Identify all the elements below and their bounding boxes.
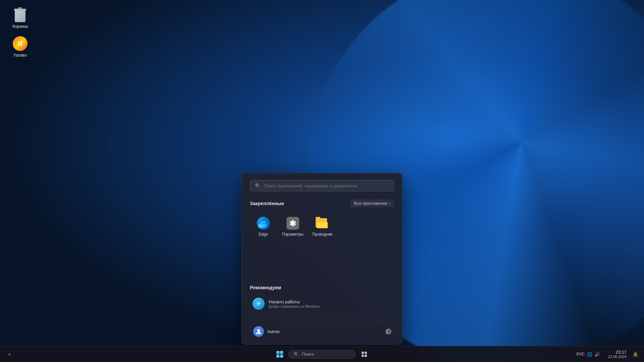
taskbar-search-icon: 🔍 — [293, 352, 299, 357]
pinned-section-title: Закреплённые — [250, 201, 284, 206]
start-search-bar[interactable]: 🔍 — [250, 180, 394, 191]
recycle-bin-label: Корзина — [12, 24, 28, 29]
taskbar-search-text: Поиск — [302, 352, 314, 357]
task-view-button[interactable] — [358, 348, 370, 360]
volume-icon: 🔊 — [594, 352, 600, 357]
clock-date: 22.06.2024 — [608, 355, 627, 359]
svg-rect-8 — [365, 352, 367, 354]
taskbar-right: РУС 🌐 🔊 23:17 22.06.2024 🔔 — [574, 348, 639, 360]
recycle-bin-icon — [12, 7, 28, 23]
chevron-right-icon: › — [389, 201, 391, 206]
pinned-app-explorer[interactable]: Проводник — [309, 213, 336, 241]
recommended-section: Рекомендуем Начало работы Добро пожалова… — [250, 285, 394, 313]
edge-label: Edge — [259, 232, 268, 237]
pinned-app-edge[interactable]: Edge — [250, 213, 277, 241]
svg-rect-7 — [362, 352, 364, 354]
user-profile[interactable]: Admin — [250, 324, 283, 339]
get-started-subtitle: Добро пожаловать в Windows — [269, 304, 320, 308]
svg-rect-10 — [365, 355, 367, 357]
windows-logo-icon — [276, 351, 283, 358]
all-apps-button[interactable]: Все приложения › — [351, 199, 394, 207]
search-icon: 🔍 — [255, 183, 261, 188]
pinned-app-settings[interactable]: Параметры — [279, 213, 306, 241]
user-name: Admin — [267, 329, 280, 334]
chevron-up-icon: ∧ — [8, 352, 11, 357]
desktop-icon-recycle-bin[interactable]: Корзина — [7, 7, 34, 29]
pinned-section: Закреплённые Все приложения › — [250, 199, 394, 241]
clock-time: 23:17 — [608, 350, 627, 355]
settings-label: Параметры — [282, 232, 304, 237]
explorer-icon-wrap — [316, 217, 329, 230]
get-started-icon — [253, 298, 265, 310]
language-indicator: РУС — [577, 352, 585, 357]
desktop-icon-yandex[interactable]: Я Yandex — [7, 36, 34, 58]
notification-icon: 🔔 — [633, 352, 638, 357]
settings-icon — [286, 217, 299, 230]
system-clock[interactable]: 23:17 22.06.2024 — [605, 349, 629, 359]
desktop-icon-area: Корзина Я Yandex — [7, 7, 34, 58]
svg-rect-4 — [280, 351, 283, 354]
recommended-item-get-started[interactable]: Начало работы Добро пожаловать в Windows — [250, 294, 394, 313]
globe-icon: 🌐 — [587, 352, 592, 357]
user-avatar — [253, 326, 264, 337]
taskbar: ∧ 🔍 Поиск — [0, 346, 644, 362]
power-button[interactable] — [383, 326, 394, 337]
recommended-section-title: Рекомендуем — [250, 285, 394, 290]
edge-icon-wrap — [257, 217, 270, 230]
hidden-icons-tray[interactable]: ∧ — [5, 351, 14, 358]
empty-space — [250, 251, 394, 285]
start-menu: 🔍 Закреплённые Все приложения › — [241, 173, 402, 345]
taskbar-search-bar[interactable]: 🔍 Поиск — [288, 350, 356, 359]
pinned-apps-grid: Edge Параметры — [250, 213, 394, 241]
start-button[interactable] — [274, 348, 286, 360]
get-started-title: Начало работы — [269, 299, 320, 304]
svg-point-2 — [257, 329, 260, 332]
svg-rect-6 — [280, 355, 283, 358]
get-started-text: Начало работы Добро пожаловать в Windows — [269, 299, 320, 308]
start-menu-footer: Admin — [250, 320, 394, 339]
settings-icon-wrap — [286, 217, 300, 230]
start-search-input[interactable] — [264, 183, 389, 188]
yandex-label: Yandex — [13, 53, 27, 58]
svg-rect-3 — [276, 351, 279, 354]
taskbar-center: 🔍 Поиск — [274, 348, 370, 360]
task-view-icon — [361, 351, 367, 357]
explorer-icon — [316, 217, 329, 230]
edge-icon — [257, 217, 270, 230]
notification-bell[interactable]: 🔔 — [632, 348, 639, 360]
svg-rect-9 — [362, 355, 364, 357]
taskbar-left: ∧ — [5, 351, 14, 358]
yandex-icon: Я — [12, 36, 28, 52]
svg-rect-5 — [276, 355, 279, 358]
all-apps-label: Все приложения — [354, 201, 387, 206]
pinned-section-header: Закреплённые Все приложения › — [250, 199, 394, 207]
system-tray[interactable]: РУС 🌐 🔊 — [574, 350, 603, 358]
explorer-label: Проводник — [312, 232, 332, 237]
